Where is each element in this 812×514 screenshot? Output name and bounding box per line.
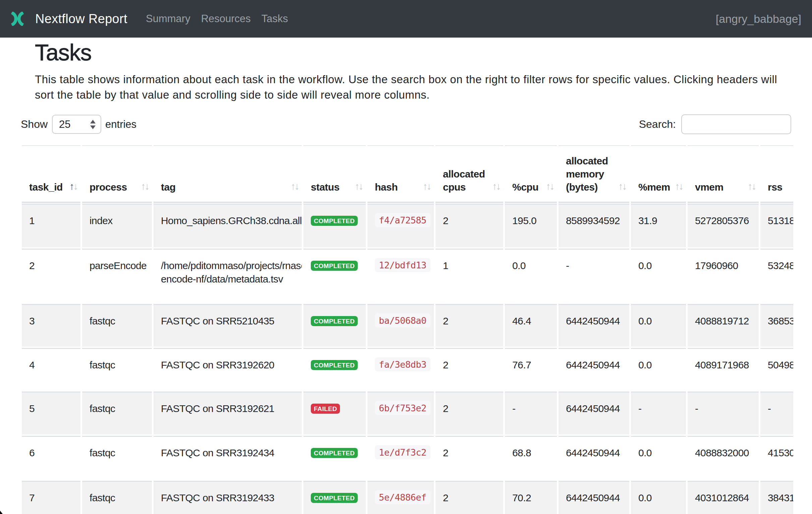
column-header-pcpu[interactable]: %cpu↑↓ [505,145,557,203]
table-row: 7fastqcFASTQC on SRR3192433COMPLETED5e/4… [22,481,793,514]
cell-allocated_memory: 8589934592 [558,204,629,247]
cell-pmem: 0.0 [631,348,686,390]
nav-item-tasks[interactable]: Tasks [256,13,293,25]
column-label: allocated memory (bytes) [566,154,625,194]
page-length-select[interactable]: 25 [52,115,101,134]
cell-rss: 415300 [760,436,793,480]
cell-pcpu: 68.8 [505,436,557,480]
cell-pcpu: 70.2 [505,481,557,514]
cell-hash: 12/bdfd13 [368,249,434,303]
cell-process: parseEncode [82,249,152,303]
cell-task_id: 2 [22,249,81,303]
cell-allocated_cpus: 2 [435,481,503,514]
cell-tag: FASTQC on SRR3192621 [153,391,302,434]
cell-allocated_cpus: 2 [435,348,503,390]
column-header-allocated_cpus[interactable]: allocated cpus↑↓ [435,145,503,203]
cell-pmem: 0.0 [631,481,686,514]
cell-rss: 368532 [760,304,793,347]
cell-rss: 504988 [760,348,793,390]
tasks-table: task_id↑↓process↑↓tag↑↓status↑↓hash↑↓all… [22,145,793,514]
column-header-vmem[interactable]: vmem↑↓ [688,145,759,203]
cell-allocated_memory: 6442450944 [558,348,629,390]
cell-hash: fa/3e8db3 [368,348,434,390]
table-row: 1indexHomo_sapiens.GRCh38.cdna.all.fa.gz… [22,204,793,247]
sort-arrows-icon: ↑↓ [675,180,683,193]
table-row: 2parseEncode/home/pditommaso/projects/rn… [22,249,793,303]
sort-arrows-icon: ↑↓ [141,180,148,193]
brand[interactable]: Nextflow Report [11,12,127,26]
cell-vmem: 4089171968 [688,348,759,390]
search-control: Search: [639,114,791,134]
cell-allocated_memory: - [558,249,629,303]
cell-allocated_cpus: 2 [435,304,503,347]
cell-status: COMPLETED [303,348,366,390]
table-row: 5fastqcFASTQC on SRR3192621FAILED6b/f753… [22,391,793,434]
sort-arrows-icon: ↑↓ [748,180,755,193]
nav-links: SummaryResourcesTasks [141,0,293,37]
status-badge: FAILED [311,404,340,414]
column-header-process[interactable]: process↑↓ [82,145,152,203]
column-header-pmem[interactable]: %mem↑↓ [631,145,686,203]
cell-vmem: 5272805376 [688,204,759,247]
cell-task_id: 7 [22,481,81,514]
column-label: hash [375,181,398,194]
cell-pcpu: 195.0 [505,204,557,247]
status-badge: COMPLETED [311,448,358,458]
sort-arrows-icon: ↑↓ [69,180,77,193]
cell-task_id: 3 [22,304,81,347]
column-label: %mem [638,181,670,194]
sort-arrows-icon: ↑↓ [492,180,500,193]
column-label: vmem [695,181,724,194]
cell-rss: 384312 [760,481,793,514]
nav-item-resources[interactable]: Resources [196,13,256,25]
cell-process: fastqc [82,481,152,514]
column-label: process [89,181,127,194]
column-header-rss[interactable]: rss↑↓ [760,145,793,203]
nav-item: Summary [141,13,196,25]
search-label: Search: [639,118,676,131]
nextflow-logo-icon [11,12,24,26]
table-row: 6fastqcFASTQC on SRR3192434COMPLETED1e/d… [22,436,793,480]
sort-arrows-icon: ↑↓ [291,180,298,193]
cell-pcpu: 0.0 [505,249,557,303]
cell-task_id: 6 [22,436,81,480]
select-updown-icon [89,119,96,130]
cell-status: COMPLETED [303,249,366,303]
cell-allocated_cpus: 1 [435,249,503,303]
cell-status: COMPLETED [303,304,366,347]
cell-pcpu: 46.4 [505,304,557,347]
hash-code: 1e/d7f3c2 [375,445,431,459]
cell-vmem: - [688,391,759,434]
hash-code: 5e/4886ef [375,490,431,504]
mouse-cursor-icon [0,511,3,514]
column-label: tag [161,181,176,194]
cell-process: fastqc [82,436,152,480]
cell-allocated_cpus: 2 [435,391,503,434]
cell-allocated_memory: 6442450944 [558,391,629,434]
column-label: status [311,181,339,194]
table-header-row: task_id↑↓process↑↓tag↑↓status↑↓hash↑↓all… [22,145,793,203]
sort-arrows-icon: ↑↓ [618,180,626,193]
cell-vmem: 4088832000 [688,436,759,480]
cell-tag: FASTQC on SRR3192433 [153,481,302,514]
column-header-allocated_memory[interactable]: allocated memory (bytes)↑↓ [558,145,629,203]
nav-item-summary[interactable]: Summary [141,13,196,25]
search-input[interactable] [681,114,791,134]
cell-tag: FASTQC on SRR3192620 [153,348,302,390]
cell-rss: - [760,391,793,434]
column-header-hash[interactable]: hash↑↓ [368,145,434,203]
column-header-task_id[interactable]: task_id↑↓ [22,145,81,203]
cell-status: COMPLETED [303,481,366,514]
status-badge: COMPLETED [311,493,358,503]
table-row: 3fastqcFASTQC on SRR5210435COMPLETEDba/5… [22,304,793,347]
cell-pmem: 0.0 [631,436,686,480]
hash-code: 12/bdfd13 [375,258,431,272]
hash-code: 6b/f753e2 [375,401,431,415]
cell-allocated_cpus: 2 [435,436,503,480]
column-header-status[interactable]: status↑↓ [303,145,366,203]
sort-arrows-icon: ↑↓ [423,180,431,193]
cell-vmem: 4031012864 [688,481,759,514]
column-label: rss [768,181,783,194]
column-header-tag[interactable]: tag↑↓ [153,145,302,203]
page-title: Tasks [35,39,791,65]
